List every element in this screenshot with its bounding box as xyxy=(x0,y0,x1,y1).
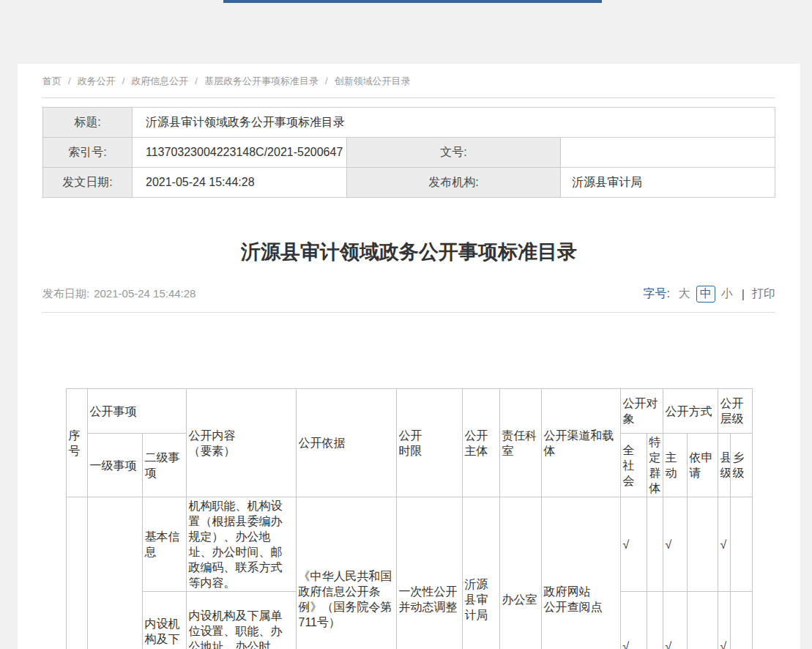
meta-date-label: 发文日期: xyxy=(43,168,133,198)
font-size-large-button[interactable]: 大 xyxy=(679,286,690,302)
cell-level2: 内设机构及下属事业单位 xyxy=(142,592,186,649)
content-card: 首页/政务公开/政府信息公开/基层政务公开事项标准目录/创新领域公开目录 标题:… xyxy=(18,64,800,649)
breadcrumb-divider xyxy=(42,97,775,98)
cell-basis: 《中华人民共和国政府信息公开条例》（国务院令第711号） xyxy=(296,497,396,649)
col-header-level1: 一级事项 xyxy=(87,434,142,497)
vertical-divider: | xyxy=(742,288,745,301)
table-row: 基本信息 机构职能、机构设置（根据县委编办规定）、办公地址、办公时间、邮政编码、… xyxy=(66,497,752,592)
meta-index-value: 11370323004223148C/2021-5200647 xyxy=(133,138,347,168)
cell-time-limit: 一次性公开并动态调整 xyxy=(396,497,462,649)
font-size-medium-button[interactable]: 中 xyxy=(696,286,715,303)
meta-agency-value: 沂源县审计局 xyxy=(561,168,775,198)
meta-docno-label: 文号: xyxy=(346,138,561,168)
col-header-level-county: 县 级 xyxy=(718,434,730,497)
breadcrumb-separator: / xyxy=(195,75,198,86)
font-size-label: 字号: xyxy=(643,286,669,302)
cell-channel: 政府网站 公开查阅点 xyxy=(541,497,620,649)
publish-date-label: 发布日期: xyxy=(42,287,89,300)
cell-check-specific xyxy=(647,497,663,592)
meta-agency-label: 发布机构: xyxy=(346,168,561,198)
cell-subject: 沂源县审计局 xyxy=(462,497,499,649)
col-header-audience-all: 全社 会 xyxy=(620,434,647,497)
cell-department: 办公室 xyxy=(499,497,541,649)
cell-content: 机构职能、机构设置（根据县委编办规定）、办公地址、办公时间、邮政编码、联系方式等… xyxy=(186,497,296,592)
meta-row-index: 索引号: 11370323004223148C/2021-5200647 文号: xyxy=(43,138,775,168)
cell-check-township xyxy=(730,592,752,649)
meta-title-label: 标题: xyxy=(43,108,133,138)
col-header-item-group: 公开事项 xyxy=(87,389,186,434)
page-title: 沂源县审计领域政务公开事项标准目录 xyxy=(42,239,775,265)
article-divider xyxy=(42,312,775,313)
breadcrumb-separator: / xyxy=(68,75,71,86)
col-header-method-active: 主 动 xyxy=(663,434,687,497)
breadcrumb-catalog[interactable]: 基层政务公开事项标准目录 xyxy=(204,75,319,86)
meta-row-title: 标题: 沂源县审计领域政务公开事项标准目录 xyxy=(43,108,775,138)
col-header-department: 责任科 室 xyxy=(499,389,541,497)
meta-date-value: 2021-05-24 15:44:28 xyxy=(133,168,347,198)
cell-check-request xyxy=(687,592,718,649)
publish-date: 发布日期:2021-05-24 15:44:28 xyxy=(42,287,195,301)
cell-level1 xyxy=(87,497,142,649)
col-header-audience: 公开对 象 xyxy=(620,389,663,434)
cell-content: 内设机构及下属单位设置、职能、办公地址、办公时间、联系方式、负责人姓名等。 xyxy=(186,592,296,649)
top-nav-accent-bar xyxy=(223,0,602,3)
meta-title-value: 沂源县审计领域政务公开事项标准目录 xyxy=(133,108,775,138)
catalog-header-row-1: 序 号 公开事项 公开内容 （要素） 公开依据 公开 时限 公开 主体 责任科 … xyxy=(66,389,752,434)
cell-level2: 基本信息 xyxy=(142,497,186,592)
print-button[interactable]: 打印 xyxy=(752,286,775,302)
publish-date-value: 2021-05-24 15:44:28 xyxy=(94,287,195,300)
col-header-method: 公开方式 xyxy=(663,389,718,434)
font-size-controls: 字号: 大 中 小 | 打印 xyxy=(643,286,775,303)
cell-check-request xyxy=(687,497,718,592)
cell-check-all: √ xyxy=(620,592,647,649)
breadcrumb-separator: / xyxy=(325,75,328,86)
cell-check-specific xyxy=(647,592,663,649)
col-header-channel: 公开渠道和载 体 xyxy=(541,389,620,497)
col-header-subject: 公开 主体 xyxy=(462,389,499,497)
meta-index-label: 索引号: xyxy=(43,138,133,168)
col-header-level-township: 乡 级 xyxy=(730,434,752,497)
article-meta-row: 发布日期:2021-05-24 15:44:28 字号: 大 中 小 | 打印 xyxy=(42,286,775,303)
cell-check-active: √ xyxy=(663,592,687,649)
cell-seq xyxy=(66,497,87,649)
cell-check-all: √ xyxy=(620,497,647,592)
col-header-basis: 公开依据 xyxy=(296,389,396,497)
font-size-small-button[interactable]: 小 xyxy=(721,286,733,302)
breadcrumb-home[interactable]: 首页 xyxy=(42,75,62,86)
breadcrumb-current[interactable]: 创新领域公开目录 xyxy=(335,75,411,86)
col-header-level2: 二级事 项 xyxy=(142,434,186,497)
col-header-time-limit: 公开 时限 xyxy=(396,389,462,497)
cell-check-county: √ xyxy=(718,592,730,649)
col-header-method-request: 依申 请 xyxy=(687,434,718,497)
col-header-audience-specific: 特定群体 xyxy=(647,434,663,497)
col-header-content: 公开内容 （要素） xyxy=(186,389,296,497)
breadcrumb: 首页/政务公开/政府信息公开/基层政务公开事项标准目录/创新领域公开目录 xyxy=(42,64,775,88)
breadcrumb-gov-info[interactable]: 政府信息公开 xyxy=(131,75,188,86)
breadcrumb-zhengwu[interactable]: 政务公开 xyxy=(78,75,116,86)
document-meta-table: 标题: 沂源县审计领域政务公开事项标准目录 索引号: 1137032300422… xyxy=(42,107,775,198)
meta-row-date: 发文日期: 2021-05-24 15:44:28 发布机构: 沂源县审计局 xyxy=(43,168,775,198)
breadcrumb-separator: / xyxy=(122,75,125,86)
col-header-seq: 序 号 xyxy=(66,389,87,497)
meta-docno-value xyxy=(561,138,775,168)
disclosure-catalog-table: 序 号 公开事项 公开内容 （要素） 公开依据 公开 时限 公开 主体 责任科 … xyxy=(66,388,753,649)
col-header-level: 公开 层级 xyxy=(718,389,752,434)
cell-check-county: √ xyxy=(718,497,730,592)
cell-check-township xyxy=(730,497,752,592)
cell-check-active: √ xyxy=(663,497,687,592)
